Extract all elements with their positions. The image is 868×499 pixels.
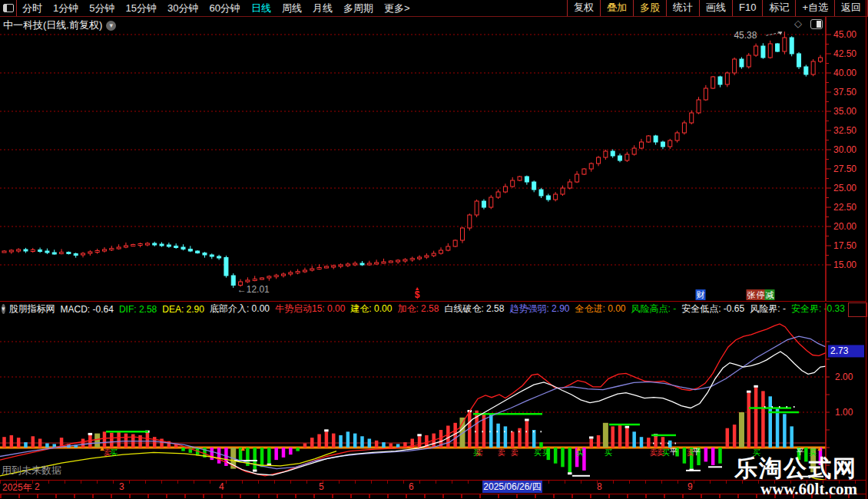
period-tab-15分钟[interactable]: 15分钟 (120, 0, 161, 16)
svg-text:27.50: 27.50 (833, 164, 856, 174)
toolbar-button-统计[interactable]: 统计 (666, 0, 700, 16)
svg-text:$: $ (415, 289, 420, 300)
svg-text:2.73: 2.73 (830, 345, 849, 356)
stock-app-window: 分时1分钟5分钟15分钟30分钟60分钟日线周线月线多周期更多> 复权叠加多股统… (0, 0, 868, 499)
toolbar-button-F10[interactable]: F10 (732, 0, 763, 16)
selected-date-badge: 2025/06/26/四 (482, 481, 542, 493)
window-layout-icon (3, 4, 14, 12)
period-tab-60分钟[interactable]: 60分钟 (204, 0, 245, 16)
svg-text:财: 财 (697, 290, 705, 299)
period-tab-30分钟[interactable]: 30分钟 (162, 0, 204, 16)
toolbar-button-画线[interactable]: 画线 (699, 0, 733, 16)
svg-text:卖: 卖 (475, 448, 483, 457)
svg-text:买: 买 (542, 448, 550, 457)
svg-text:37.50: 37.50 (833, 87, 856, 97)
right-border (866, 0, 866, 499)
top-toolbar: 分时1分钟5分钟15分钟30分钟60分钟日线周线月线多周期更多> 复权叠加多股统… (0, 0, 868, 17)
svg-text:买: 买 (534, 448, 542, 457)
month-label-6: 6 (409, 481, 414, 492)
month-label-2: 2 (35, 481, 40, 492)
svg-text:卖: 卖 (511, 448, 518, 457)
svg-text:2.00: 2.00 (835, 372, 853, 382)
svg-text:卖: 卖 (657, 448, 664, 457)
svg-text:停: 停 (757, 290, 765, 299)
svg-text:45.38: 45.38 (734, 30, 757, 41)
svg-text:15.00: 15.00 (833, 259, 856, 270)
diamond-marker-icon[interactable]: ◇ (794, 18, 802, 29)
period-tab-分时[interactable]: 分时 (17, 0, 48, 16)
svg-text:平: 平 (693, 448, 701, 456)
svg-text:35.00: 35.00 (833, 106, 856, 117)
period-tab-更多>[interactable]: 更多> (379, 0, 416, 16)
indicator-chart[interactable]: 买买买买买买买买买卖卖卖卖卖卖卖平平平▲▲▲▲2.001.002.73 (0, 303, 868, 480)
toolbar-actions: 复权叠加多股统计画线F10标记+自选返回 (568, 0, 868, 16)
svg-text:←12.01: ←12.01 (237, 284, 270, 295)
watermark: 乐淘公式网 www.60lt.com (734, 456, 857, 497)
month-label-9: 9 (687, 481, 693, 492)
svg-text:40.00: 40.00 (833, 68, 856, 78)
toolbar-button-返回[interactable]: 返回 (834, 0, 868, 16)
period-tab-5分钟[interactable]: 5分钟 (84, 0, 120, 16)
watermark-site-url: www.60lt.com (734, 481, 857, 497)
month-label-5: 5 (319, 481, 324, 492)
period-tab-周线[interactable]: 周线 (277, 0, 307, 16)
svg-text:17.50: 17.50 (833, 240, 856, 251)
svg-text:1.00: 1.00 (835, 407, 853, 418)
panel-toggle-icon[interactable] (810, 19, 823, 29)
toolbar-button-标记[interactable]: 标记 (762, 0, 796, 16)
period-tab-1分钟[interactable]: 1分钟 (48, 0, 84, 16)
toolbar-button-叠加[interactable]: 叠加 (600, 0, 634, 16)
svg-text:22.50: 22.50 (833, 202, 856, 213)
svg-text:平: 平 (670, 448, 678, 456)
month-label-3: 3 (119, 481, 124, 492)
toolbar-button-多股[interactable]: 多股 (633, 0, 667, 16)
month-label-4: 4 (219, 481, 224, 492)
period-tab-月线[interactable]: 月线 (307, 0, 338, 16)
svg-text:▲: ▲ (99, 444, 106, 452)
svg-text:买: 买 (605, 448, 612, 457)
month-label-8: 8 (597, 481, 602, 492)
svg-text:张: 张 (747, 290, 756, 299)
period-tab-日线[interactable]: 日线 (246, 0, 277, 16)
future-data-note: 用到未来数据 (2, 464, 61, 478)
svg-text:20.00: 20.00 (833, 221, 856, 232)
svg-text:▲: ▲ (240, 444, 247, 452)
svg-text:42.50: 42.50 (833, 48, 856, 59)
year-label: 2025年 (2, 481, 32, 494)
svg-text:▲: ▲ (817, 444, 823, 452)
svg-text:平: 平 (797, 448, 804, 456)
watermark-site-name: 乐淘公式网 (734, 456, 857, 481)
layout-toggle-button[interactable] (0, 0, 17, 16)
svg-text:▲: ▲ (575, 444, 582, 452)
toolbar-button-+自选[interactable]: +自选 (795, 0, 835, 16)
svg-text:32.50: 32.50 (833, 125, 856, 136)
svg-text:减: 减 (766, 290, 774, 299)
main-candlestick-chart[interactable]: 45.0042.5040.0037.5035.0032.5030.0027.50… (0, 17, 868, 303)
svg-text:30.00: 30.00 (833, 144, 856, 155)
svg-text:卖: 卖 (498, 448, 505, 457)
period-tabs: 分时1分钟5分钟15分钟30分钟60分钟日线周线月线多周期更多> (17, 0, 415, 16)
period-tab-多周期[interactable]: 多周期 (338, 0, 379, 16)
toolbar-button-复权[interactable]: 复权 (567, 0, 601, 16)
svg-text:25.00: 25.00 (833, 183, 856, 193)
svg-text:45.00: 45.00 (833, 29, 856, 40)
